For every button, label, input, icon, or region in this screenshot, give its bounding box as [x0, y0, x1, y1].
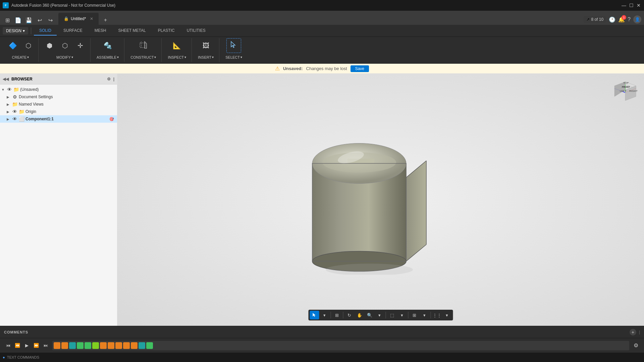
unsaved-bar: ⚠ Unsaved: Changes may be lost Save: [0, 64, 644, 74]
redo-button[interactable]: ↪: [46, 15, 55, 25]
save-file-button[interactable]: 💾: [24, 15, 34, 25]
comments-resize-handle[interactable]: |: [639, 330, 640, 335]
tree-views-arrow[interactable]: ▶: [7, 103, 11, 106]
minimize-button[interactable]: —: [621, 3, 627, 8]
tree-root[interactable]: ▼ 👁 📁 (Unsaved): [0, 86, 117, 93]
timeline-end-btn[interactable]: ⏭: [42, 342, 50, 350]
tab-untitled[interactable]: 🔒 Untitled* ✕: [58, 13, 99, 25]
browser-settings-icon[interactable]: ⚙: [107, 77, 111, 81]
timeline-marker-10[interactable]: [123, 342, 130, 349]
ribbon-select-btn1[interactable]: [226, 38, 241, 53]
close-button[interactable]: ✕: [636, 3, 641, 8]
ribbon-construct-btn1[interactable]: [136, 38, 151, 53]
collapse-arrows-icon[interactable]: ◀◀: [3, 77, 9, 81]
save-button[interactable]: Save: [351, 65, 369, 72]
timeline-marker-11[interactable]: [131, 342, 138, 349]
tree-comp-target-icon[interactable]: 🎯: [109, 116, 114, 122]
alerts-area[interactable]: 🔔 1: [618, 16, 625, 23]
timeline-prev-btn[interactable]: ⏪: [13, 342, 21, 350]
ribbon-select-dropdown[interactable]: SELECT ▾: [223, 54, 245, 61]
ribbon-create-btn2[interactable]: ⬡: [21, 38, 36, 53]
display-dropdown[interactable]: ▾: [397, 311, 407, 319]
timeline-settings-btn[interactable]: ⚙: [632, 342, 640, 350]
window-controls[interactable]: — ☐ ✕: [621, 3, 641, 8]
ribbon-inspect-dropdown[interactable]: INSPECT ▾: [165, 54, 189, 61]
ribbon-create-btn1[interactable]: 🔷: [5, 38, 20, 53]
tab-surface[interactable]: SURFACE: [58, 26, 88, 36]
ribbon-modify-btn1[interactable]: ⬢: [42, 38, 57, 53]
tree-comp-eye-icon[interactable]: 👁: [12, 116, 17, 122]
ribbon-create-dropdown[interactable]: CREATE ▾: [9, 54, 32, 61]
timeline-marker-2[interactable]: [61, 342, 68, 349]
tab-close-icon[interactable]: ✕: [90, 16, 93, 21]
help-button[interactable]: ?: [628, 16, 631, 22]
tab-solid[interactable]: SOLID: [34, 26, 57, 36]
ribbon-insert-dropdown[interactable]: INSERT ▾: [195, 54, 216, 61]
tree-root-eye-icon[interactable]: 👁: [7, 87, 12, 92]
tab-mesh[interactable]: MESH: [89, 26, 112, 36]
new-file-button[interactable]: 📄: [13, 15, 23, 25]
ribbon-modify-dropdown[interactable]: MODIFY ▾: [54, 54, 76, 61]
new-tab-button[interactable]: +: [101, 15, 110, 25]
display-mode-btn[interactable]: ⬚: [387, 311, 397, 319]
tree-component1[interactable]: ▶ 👁 ⬜ Component1:1 🎯: [0, 115, 117, 123]
tree-document-settings[interactable]: ▶ ⚙ Document Settings: [0, 93, 117, 101]
timeline-marker-1[interactable]: [54, 342, 60, 349]
tree-named-views[interactable]: ▶ 📁 Named Views: [0, 101, 117, 108]
zoom-btn[interactable]: 🔍: [365, 311, 374, 319]
tab-utilities[interactable]: UTILITIES: [181, 26, 211, 36]
timeline-marker-9[interactable]: [115, 342, 122, 349]
timeline-marker-4[interactable]: [77, 342, 84, 349]
grid-dropdown[interactable]: ▾: [420, 311, 429, 319]
timeline-play-btn[interactable]: ▶: [23, 342, 31, 350]
ribbon-assemble-btn1[interactable]: 🔩: [100, 38, 115, 53]
ribbon-insert-btn1[interactable]: 🖼: [199, 38, 213, 53]
notification-area[interactable]: 🕐: [609, 16, 615, 23]
timeline-marker-3[interactable]: [69, 342, 76, 349]
timeline-marker-7[interactable]: [100, 342, 107, 349]
extrude-icon: ⬡: [25, 42, 31, 50]
layout-dropdown[interactable]: ▾: [442, 311, 452, 319]
timeline-marker-8[interactable]: [108, 342, 114, 349]
undo-button[interactable]: ↩: [35, 15, 44, 25]
timeline-marker-5[interactable]: [85, 342, 91, 349]
select-mode-btn[interactable]: [310, 311, 319, 319]
layout-btn[interactable]: ⋮⋮: [432, 311, 442, 319]
timeline-start-btn[interactable]: ⏮: [4, 342, 12, 350]
timeline-track[interactable]: [52, 341, 629, 350]
design-menu-button[interactable]: DESIGN ▾: [3, 27, 28, 35]
timeline-marker-13[interactable]: [146, 342, 153, 349]
version-control[interactable]: ↗ 8 of 10: [584, 16, 606, 23]
maximize-button[interactable]: ☐: [629, 3, 634, 8]
tree-origin-arrow[interactable]: ▶: [7, 110, 11, 114]
grid-snap-btn[interactable]: ⊞: [332, 311, 342, 319]
timeline-next-btn[interactable]: ⏩: [32, 342, 40, 350]
zoom-dropdown[interactable]: ▾: [375, 311, 384, 319]
tab-plastic[interactable]: PLASTIC: [153, 26, 180, 36]
orientation-cube[interactable]: RIGHT LEFT TOP FRONT: [612, 79, 639, 106]
ribbon-assemble-dropdown[interactable]: ASSEMBLE ▾: [94, 54, 121, 61]
user-avatar[interactable]: 👤: [633, 15, 641, 23]
canvas[interactable]: [117, 74, 644, 326]
browser-resize-icon[interactable]: |: [113, 77, 114, 81]
orbit-btn[interactable]: ↻: [345, 311, 354, 319]
tree-comp-arrow[interactable]: ▶: [7, 117, 11, 121]
browser-header: ◀◀ BROWSER ⚙ |: [0, 74, 117, 84]
viewport[interactable]: RIGHT LEFT TOP FRONT ▾ ⊞ ↻ ✋ 🔍 ▾ ⬚ ▾ ⊞ ▾: [117, 74, 644, 326]
comments-add-btn[interactable]: +: [630, 329, 636, 336]
tab-sheet-metal[interactable]: SHEET METAL: [113, 26, 151, 36]
select-mode-dropdown[interactable]: ▾: [320, 311, 329, 319]
pan-btn[interactable]: ✋: [355, 311, 364, 319]
timeline-marker-6[interactable]: [92, 342, 99, 349]
ribbon-inspect-btn1[interactable]: 📐: [170, 38, 184, 53]
timeline-marker-12[interactable]: [139, 342, 145, 349]
tree-origin[interactable]: ▶ 👁 📁 Origin: [0, 108, 117, 115]
tree-doc-arrow[interactable]: ▶: [7, 95, 11, 99]
ribbon-construct-dropdown[interactable]: CONSTRUCT ▾: [128, 54, 159, 61]
grid-btn[interactable]: ⊞: [410, 311, 419, 319]
ribbon-modify-btn3[interactable]: ✛: [73, 38, 88, 53]
grid-menu-button[interactable]: ⊞: [3, 15, 12, 25]
tree-collapse-arrow[interactable]: ▼: [1, 88, 5, 92]
tree-origin-eye-icon[interactable]: 👁: [12, 109, 17, 114]
ribbon-modify-btn2[interactable]: ⬡: [57, 38, 72, 53]
